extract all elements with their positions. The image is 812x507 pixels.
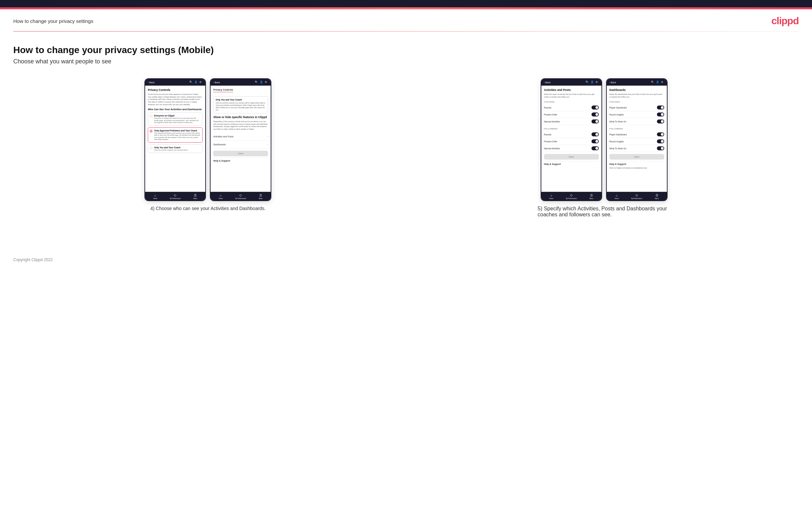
help-support-4: Help & Support: [609, 161, 664, 167]
phone-content-3: Activities and Posts Select the types of…: [541, 86, 601, 192]
coaches-round-insights-toggle[interactable]: [657, 112, 664, 116]
followers-manual-toggle[interactable]: [592, 146, 599, 150]
coaches-manual-row[interactable]: Manual Activities: [544, 118, 599, 125]
coaches-player-dash-row[interactable]: Player Dashboard: [609, 104, 664, 111]
phone-icons-1: 🔍 👤 ⚙: [189, 80, 203, 84]
activities-posts-row[interactable]: Activities and Posts ›: [213, 133, 268, 141]
back-button-4[interactable]: ‹ Back: [609, 81, 616, 83]
user-icon-4[interactable]: 👤: [656, 80, 659, 84]
settings-icon-2[interactable]: ⚙: [265, 80, 268, 84]
followers-round-insights-toggle[interactable]: [657, 139, 664, 143]
radio-approved[interactable]: Only Approved Followers and Your Coach O…: [148, 127, 203, 143]
home-icon-2: ⌂: [220, 194, 221, 197]
back-button-2[interactable]: ‹ Back: [213, 81, 220, 83]
save-button-4[interactable]: Save: [609, 154, 664, 160]
radio-everyone[interactable]: Everyone on Clippd Everyone on Clippd ca…: [148, 112, 203, 126]
save-button-2[interactable]: Save: [213, 151, 268, 156]
followers-player-dash-row[interactable]: Player Dashboard: [609, 131, 664, 138]
user-icon-3[interactable]: 👤: [591, 80, 594, 84]
followers-rounds-toggle[interactable]: [592, 132, 599, 136]
page-title: How to change your privacy settings (Mob…: [13, 45, 799, 55]
dashboards-row[interactable]: Dashboards ›: [213, 141, 268, 149]
override-desc: Regardless of the privacy controls that …: [213, 120, 268, 131]
top-bar: [0, 0, 812, 9]
tab-menu-1[interactable]: ☰ Menu: [185, 194, 205, 200]
tab-performance-4[interactable]: ⏲ My Performance: [627, 194, 647, 200]
phone-topbar-1: ‹ Back 🔍 👤 ⚙: [145, 79, 205, 86]
settings-icon-4[interactable]: ⚙: [661, 80, 664, 84]
followers-manual-row[interactable]: Manual Activities: [544, 145, 599, 152]
radio-circle-everyone: [150, 115, 152, 117]
screenshots-pair-1: ‹ Back 🔍 👤 ⚙ Privacy Controls Control ho…: [145, 78, 271, 201]
back-button-1[interactable]: ‹ Back: [148, 81, 154, 83]
performance-icon-2: ⏲: [239, 194, 242, 197]
phone-topbar-4: ‹ Back 🔍 👤 ⚙: [607, 79, 667, 86]
settings-icon-3[interactable]: ⚙: [596, 80, 599, 84]
dashboards-label: Dashboards: [213, 143, 226, 146]
back-button-3[interactable]: ‹ Back: [544, 81, 551, 83]
performance-icon-4: ⏲: [635, 194, 638, 197]
coaches-round-insights-row[interactable]: Round Insights: [609, 111, 664, 118]
followers-drills-toggle[interactable]: [592, 139, 599, 143]
tab-home-1[interactable]: ⌂ Home: [145, 194, 165, 200]
privacy-controls-tab[interactable]: Privacy Controls: [213, 88, 233, 92]
caption-1: 4) Choose who can see your Activities an…: [150, 206, 266, 211]
copyright: Copyright Clippd 2022: [13, 258, 53, 262]
followers-label-4: FOLLOWERS: [609, 128, 664, 130]
phone-icons-2: 🔍 👤 ⚙: [255, 80, 268, 84]
followers-what-to-work-toggle[interactable]: [657, 146, 664, 150]
tab-menu-4[interactable]: ☰ Menu: [647, 194, 666, 200]
coaches-rounds-row[interactable]: Rounds: [544, 104, 599, 111]
search-icon-2[interactable]: 🔍: [255, 80, 258, 84]
radio-coach-only[interactable]: Only You and Your Coach Only you and the…: [148, 144, 203, 153]
tab-home-3[interactable]: ⌂ Home: [541, 194, 561, 200]
followers-drills-row[interactable]: Practice Drills: [544, 138, 599, 145]
settings-icon[interactable]: ⚙: [199, 80, 203, 84]
radio-circle-approved: [150, 130, 152, 132]
screenshot-group-2: ‹ Back 🔍 👤 ⚙ Activities and Posts Select…: [409, 78, 799, 218]
tab-menu-3[interactable]: ☰ Menu: [581, 194, 601, 200]
tab-home-2[interactable]: ⌂ Home: [211, 194, 231, 200]
chevron-right-1: ›: [267, 135, 268, 138]
privacy-controls-desc: Control how you and your data appears to…: [148, 93, 203, 106]
coaches-what-to-work-toggle[interactable]: [657, 119, 664, 123]
phone-tab-bar-1: ⌂ Home ⏲ My Performance ☰ Menu: [145, 192, 205, 201]
coaches-label-3: COACHES: [544, 101, 599, 103]
tab-home-4[interactable]: ⌂ Home: [607, 194, 627, 200]
clippd-logo: clippd: [771, 15, 799, 26]
coaches-manual-label: Manual Activities: [544, 120, 560, 123]
screenshot-group-1: ‹ Back 🔍 👤 ⚙ Privacy Controls Control ho…: [13, 78, 403, 211]
coaches-what-to-work-row[interactable]: What To Work On: [609, 118, 664, 125]
coaches-round-insights-label: Round Insights: [609, 113, 624, 116]
followers-round-insights-label: Round Insights: [609, 140, 624, 143]
search-icon[interactable]: 🔍: [189, 80, 193, 84]
followers-what-to-work-row[interactable]: What To Work On: [609, 145, 664, 152]
who-can-see-title: Who Can See Your Activities and Dashboar…: [148, 108, 203, 111]
tab-performance-1[interactable]: ⏲ My Performance: [165, 194, 185, 200]
home-icon: ⌂: [154, 194, 156, 197]
phone-icons-3: 🔍 👤 ⚙: [586, 80, 599, 84]
followers-round-insights-row[interactable]: Round Insights: [609, 138, 664, 145]
phone-topbar-3: ‹ Back 🔍 👤 ⚙: [541, 79, 601, 86]
tab-performance-3[interactable]: ⏲ My Performance: [561, 194, 581, 200]
user-icon-2[interactable]: 👤: [260, 80, 263, 84]
tab-performance-2[interactable]: ⏲ My Performance: [231, 194, 251, 200]
phone-mockup-3: ‹ Back 🔍 👤 ⚙ Activities and Posts Select…: [541, 78, 602, 201]
coaches-manual-toggle[interactable]: [592, 119, 599, 123]
phone-topbar-2: ‹ Back 🔍 👤 ⚙: [211, 79, 271, 86]
followers-rounds-row[interactable]: Rounds: [544, 131, 599, 138]
help-text-4: Visit our Clippd community to troublesho…: [609, 167, 664, 170]
save-button-3[interactable]: Save: [544, 154, 599, 160]
activities-posts-desc: Select the types of activity that you'd …: [544, 93, 599, 98]
search-icon-4[interactable]: 🔍: [651, 80, 654, 84]
radio-text-everyone: Everyone on Clippd Everyone on Clippd ca…: [154, 114, 201, 124]
tab-menu-2[interactable]: ☰ Menu: [251, 194, 271, 200]
search-icon-3[interactable]: 🔍: [586, 80, 589, 84]
coaches-drills-row[interactable]: Practice Drills: [544, 111, 599, 118]
coaches-drills-toggle[interactable]: [592, 112, 599, 116]
user-icon[interactable]: 👤: [194, 80, 198, 84]
coaches-player-dash-toggle[interactable]: [657, 106, 664, 110]
coaches-rounds-toggle[interactable]: [592, 106, 599, 110]
chevron-right-2: ›: [267, 143, 268, 146]
followers-player-dash-toggle[interactable]: [657, 132, 664, 136]
